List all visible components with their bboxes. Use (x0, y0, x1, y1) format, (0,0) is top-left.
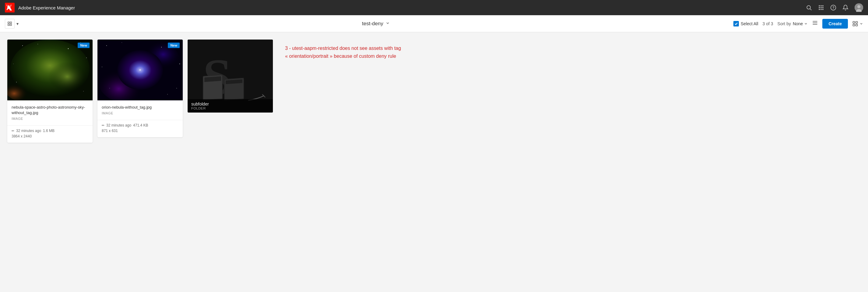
svg-rect-27 (853, 24, 855, 26)
svg-point-49 (179, 64, 180, 64)
pencil-icon: ✏ (102, 123, 104, 127)
cards-grid: New nebula-space-astro-photo-astronomy-s… (7, 40, 273, 285)
card-title: nebula-space-astro-photo-astronomy-sky-w… (11, 105, 88, 116)
list-view-icon[interactable] (812, 20, 818, 27)
folder-card[interactable]: S subf (188, 40, 273, 113)
svg-rect-26 (856, 21, 858, 23)
svg-point-46 (122, 42, 122, 43)
svg-rect-18 (8, 22, 9, 24)
svg-point-39 (16, 82, 17, 82)
help-icon[interactable]: ? (830, 5, 836, 11)
svg-rect-4 (819, 5, 820, 6)
pencil-icon: ✏ (11, 129, 14, 133)
sort-area: Sort by None (778, 21, 808, 26)
card-thumbnail: New (97, 40, 183, 100)
search-icon[interactable] (806, 5, 812, 11)
main-content: New nebula-space-astro-photo-astronomy-s… (0, 32, 868, 292)
sort-dropdown-button[interactable]: None (793, 21, 808, 26)
card-type: IMAGE (102, 111, 179, 115)
new-badge: New (168, 43, 180, 48)
svg-rect-9 (822, 7, 823, 8)
view-toggle[interactable] (852, 21, 863, 27)
svg-point-40 (83, 91, 84, 92)
toolbar: ▾ test-deny Select All 3 of 3 Sort by (0, 15, 868, 32)
card-thumbnail: New (7, 40, 93, 100)
card-info: nebula-space-astro-photo-astronomy-sky-w… (7, 100, 93, 122)
svg-point-38 (13, 64, 13, 64)
svg-rect-25 (853, 21, 855, 23)
notifications-icon[interactable] (842, 5, 848, 11)
top-navigation: A Adobe Experience Manager ? (0, 0, 868, 15)
select-all-area[interactable]: Select All (733, 21, 758, 27)
svg-point-45 (106, 45, 107, 46)
app-title: Adobe Experience Manager (18, 5, 802, 10)
svg-point-44 (117, 50, 163, 90)
folder-label-overlay: subfolder FOLDER (188, 99, 273, 113)
svg-point-50 (102, 67, 102, 67)
apps-icon[interactable] (818, 5, 824, 11)
svg-rect-5 (820, 5, 822, 6)
svg-rect-6 (822, 5, 823, 6)
svg-rect-21 (10, 24, 11, 26)
svg-rect-12 (822, 9, 823, 10)
card-title: orion-nebula-without_tag.jpg (102, 105, 179, 110)
item-count: 3 of 3 (763, 21, 773, 26)
svg-point-34 (37, 44, 38, 44)
new-badge: New (78, 43, 90, 48)
create-button[interactable]: Create (822, 19, 848, 29)
folder-navigation: ▾ (5, 19, 19, 29)
svg-rect-19 (10, 22, 11, 24)
card-dimensions: 3864 x 2440 (11, 134, 88, 138)
svg-rect-10 (819, 9, 820, 10)
folder-dropdown-button[interactable] (385, 21, 390, 26)
folder-name-area: test-deny (22, 21, 730, 27)
svg-point-35 (68, 48, 68, 49)
svg-text:A: A (6, 4, 11, 11)
sort-by-label: Sort by (778, 21, 791, 26)
card-info: orion-nebula-without_tag.jpg IMAGE (97, 100, 183, 117)
folder-name: test-deny (362, 21, 383, 27)
adobe-logo[interactable]: A (5, 3, 14, 12)
select-all-checkbox[interactable] (733, 21, 739, 27)
card-divider (97, 120, 183, 120)
toolbar-right: Select All 3 of 3 Sort by None Create (733, 19, 863, 29)
card-dimensions: 871 x 631 (102, 129, 179, 133)
nav-icons: ? (806, 3, 863, 12)
card-meta: ✏ 32 minutes ago 1.6 MB 3864 x 2440 (7, 129, 93, 143)
asset-card[interactable]: New orion-nebula-without_tag.jpg IMAGE ✏… (97, 40, 183, 137)
view-chevron-button[interactable]: ▾ (17, 21, 19, 26)
svg-point-16 (857, 5, 860, 8)
svg-text:?: ? (832, 6, 835, 9)
svg-point-53 (167, 94, 168, 95)
svg-point-33 (22, 45, 23, 46)
info-text: 3 - utest-aapm-restricted does not see a… (285, 44, 856, 60)
svg-point-52 (176, 88, 177, 88)
svg-rect-8 (820, 7, 822, 8)
card-type: IMAGE (11, 117, 88, 120)
svg-rect-28 (856, 24, 858, 26)
svg-point-37 (86, 58, 87, 58)
select-all-label: Select All (741, 21, 758, 26)
avatar[interactable] (855, 3, 863, 12)
svg-point-51 (109, 88, 110, 88)
asset-card[interactable]: New nebula-space-astro-photo-astronomy-s… (7, 40, 93, 143)
info-message: 3 - utest-aapm-restricted does not see a… (280, 40, 861, 285)
svg-point-2 (807, 5, 810, 9)
svg-line-3 (810, 9, 812, 10)
card-modified: ✏ 32 minutes ago 1.6 MB (11, 129, 88, 133)
folder-label-name: subfolder (191, 102, 269, 106)
folder-label-type: FOLDER (191, 106, 269, 110)
svg-point-47 (161, 47, 162, 47)
card-modified: ✏ 32 minutes ago 471.4 KB (102, 123, 179, 127)
svg-rect-11 (820, 9, 822, 10)
folder-view-button[interactable] (5, 19, 14, 29)
svg-rect-20 (8, 24, 9, 26)
card-meta: ✏ 32 minutes ago 471.4 KB 871 x 631 (97, 123, 183, 137)
svg-rect-7 (819, 7, 820, 8)
folder-thumbnail: S subf (188, 40, 273, 113)
